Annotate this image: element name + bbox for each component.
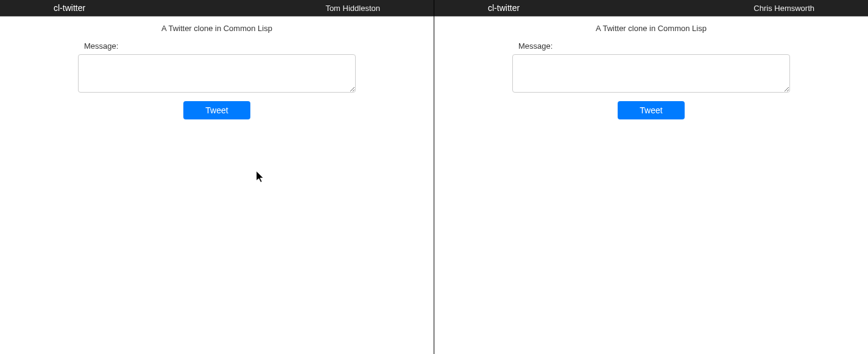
subtitle-right: A Twitter clone in Common Lisp <box>434 24 868 33</box>
message-textarea-right[interactable] <box>512 54 790 93</box>
subtitle-left: A Twitter clone in Common Lisp <box>0 24 434 33</box>
username-link-right[interactable]: Chris Hemsworth <box>753 4 814 13</box>
button-row-right: Tweet <box>512 101 790 119</box>
message-label-left: Message: <box>84 41 356 51</box>
brand-link-left[interactable]: cl-twitter <box>54 3 85 13</box>
username-link-left[interactable]: Tom Hiddleston <box>325 4 380 13</box>
tweet-button-left[interactable]: Tweet <box>183 101 250 119</box>
button-row-left: Tweet <box>78 101 356 119</box>
split-container: cl-twitter Tom Hiddleston A Twitter clon… <box>0 0 868 354</box>
right-pane: cl-twitter Chris Hemsworth A Twitter clo… <box>434 0 868 354</box>
brand-link-right[interactable]: cl-twitter <box>488 3 520 13</box>
message-label-right: Message: <box>518 41 790 51</box>
message-textarea-left[interactable] <box>78 54 356 93</box>
tweet-form-right: Message: Tweet <box>434 41 868 119</box>
navbar-left: cl-twitter Tom Hiddleston <box>0 0 434 16</box>
navbar-right: cl-twitter Chris Hemsworth <box>434 0 868 16</box>
left-pane: cl-twitter Tom Hiddleston A Twitter clon… <box>0 0 434 354</box>
tweet-button-right[interactable]: Tweet <box>618 101 684 119</box>
cursor-icon <box>256 171 265 183</box>
tweet-form-left: Message: Tweet <box>0 41 434 119</box>
